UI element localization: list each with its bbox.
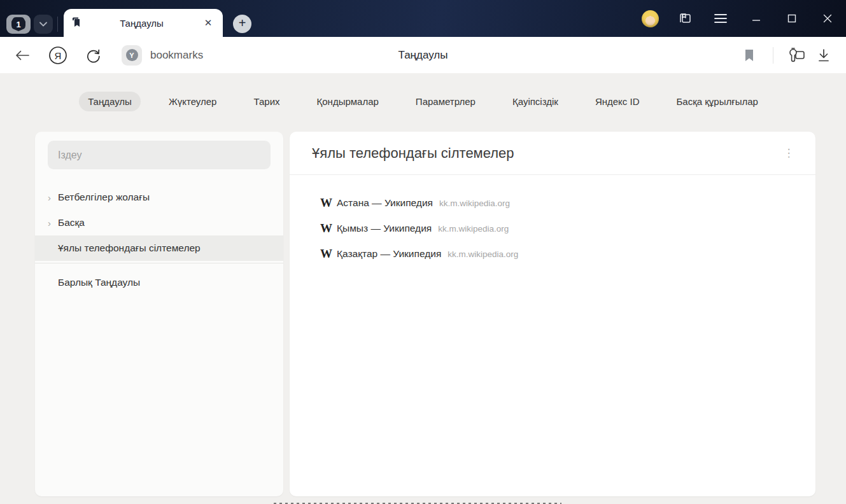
downloads-button[interactable] [813,45,835,66]
content-header: Ұялы телефондағы сілтемелер ⋮ [290,132,815,175]
folder-title: Ұялы телефондағы сілтемелер [312,145,780,162]
folder-item-mobile-links[interactable]: Ұялы телефондағы сілтемелер [35,235,283,261]
url-text[interactable]: bookmarks [150,49,203,62]
chevron-right-icon[interactable]: › [48,192,58,203]
tab-counter-button[interactable]: 1 [6,15,31,34]
window-titlebar: 1 Таңдаулы ✕ + [0,0,846,37]
bookmarks-content: Ұялы телефондағы сілтемелер ⋮ W Астана —… [290,132,815,496]
minimize-icon [751,13,761,24]
collections-icon [678,11,692,25]
side-panel-button[interactable] [675,9,694,28]
folder-label: Басқа [58,217,85,228]
browser-window: { "window": { "tab_count": "1", "active_… [0,0,846,504]
nav-tab-favorites[interactable]: Таңдаулы [79,92,141,111]
key-icon [787,47,807,64]
back-arrow-icon [15,50,29,60]
nav-tab-security[interactable]: Қауіпсіздік [504,92,567,111]
all-favorites-label: Барлық Таңдаулы [58,277,140,288]
folder-item-other[interactable]: › Басқа [35,210,283,235]
nav-tab-settings[interactable]: Параметрлер [407,92,484,111]
tab-counter-group: 1 [6,15,58,34]
profile-avatar[interactable] [642,10,659,27]
bookmark-list: W Астана — Уикипедия kk.m.wikipedia.org … [290,175,815,267]
bookmark-title[interactable]: Қазақтар — Уикипедия [337,248,441,260]
maximize-button[interactable] [782,9,801,28]
menu-button[interactable] [711,9,730,28]
bookmark-title[interactable]: Қымыз — Уикипедия [337,223,432,234]
close-window-button[interactable] [818,9,837,28]
bookmarks-sidebar: › Бетбелгілер жолағы › Басқа Ұялы телефо… [35,132,283,496]
bookmark-title[interactable]: Астана — Уикипедия [337,197,433,209]
close-icon [822,13,833,24]
bookmark-url: kk.m.wikipedia.org [448,249,518,259]
folder-label: Ұялы телефондағы сілтемелер [58,242,201,254]
titlebar-right-controls [642,0,837,37]
sidebar-divider [35,263,283,263]
new-tab-button[interactable]: + [233,15,251,33]
nav-tab-yandex-id[interactable]: Яндекс ID [586,92,649,111]
tab-count-badge: 1 [11,17,25,31]
tab-list-chevron-button[interactable] [34,15,53,34]
bookmarks-layout: › Бетбелгілер жолағы › Басқа Ұялы телефо… [35,132,815,496]
reload-button[interactable] [83,45,104,66]
bookmark-row[interactable]: W Астана — Уикипедия kk.m.wikipedia.org [290,190,815,216]
bookmark-row[interactable]: W Қазақтар — Уикипедия kk.m.wikipedia.or… [290,241,815,267]
bookmark-url: kk.m.wikipedia.org [438,224,509,234]
sidebar-search[interactable] [48,141,271,169]
search-input[interactable] [58,150,260,161]
address-bar: Я Y bookmarks Таңдаулы [0,37,846,73]
all-favorites-item[interactable]: Барлық Таңдаулы [35,268,283,297]
nav-tab-extensions[interactable]: Қондырмалар [308,92,388,111]
tab-title: Таңдаулы [82,18,201,29]
wikipedia-favicon: W [320,221,337,235]
tabbar-divider [57,17,58,32]
bookmark-page-button[interactable] [738,45,760,66]
minimize-button[interactable] [747,9,766,28]
bookmarks-tab-icon [71,17,82,29]
bookmarks-page-nav: Таңдаулы Жүктеулер Тарих Қондырмалар Пар… [0,92,846,111]
folder-item-bookmarks-bar[interactable]: › Бетбелгілер жолағы [35,185,283,210]
address-bar-divider [773,47,773,64]
chevron-right-icon[interactable]: › [48,218,58,228]
svg-text:Я: Я [55,50,62,60]
folder-label: Бетбелгілер жолағы [58,192,150,203]
page-favicon: Y [122,45,142,66]
hamburger-icon [714,13,727,24]
reload-icon [86,48,101,63]
tab-close-button[interactable]: ✕ [201,16,215,30]
download-icon [817,48,830,62]
folder-menu-button[interactable]: ⋮ [780,144,798,162]
bookmark-url: kk.m.wikipedia.org [439,199,510,208]
address-bar-actions [738,37,835,73]
chevron-down-icon [39,22,47,27]
wikipedia-favicon: W [320,247,337,261]
password-manager-button[interactable] [786,45,808,66]
yandex-home-button[interactable]: Я [47,45,69,66]
folder-list: › Бетбелгілер жолағы › Басқа Ұялы телефо… [35,185,283,297]
browser-tab-favorites[interactable]: Таңдаулы ✕ [64,9,223,37]
bookmark-filled-icon [744,49,754,62]
maximize-icon [787,13,797,24]
favicon-letter: Y [126,49,138,61]
nav-tab-downloads[interactable]: Жүктеулер [160,92,226,111]
back-button[interactable] [11,45,33,66]
wikipedia-favicon: W [320,196,337,210]
nav-tab-history[interactable]: Тарих [244,92,288,111]
bookmark-row[interactable]: W Қымыз — Уикипедия kk.m.wikipedia.org [290,216,815,241]
nav-tab-other-devices[interactable]: Басқа құрылғылар [667,92,766,111]
yandex-logo-icon: Я [48,46,67,65]
